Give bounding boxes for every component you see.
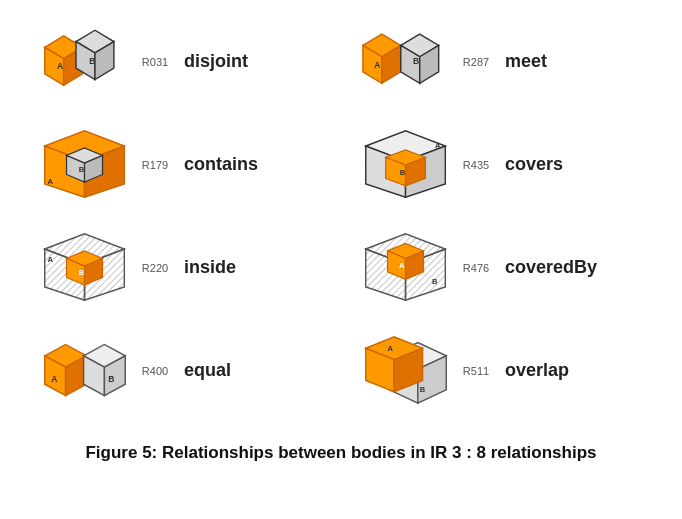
label-disjoint: disjoint xyxy=(184,51,248,72)
cell-disjoint: A B R031 disjoint xyxy=(20,10,341,113)
svg-text:B: B xyxy=(79,268,85,277)
label-inside: inside xyxy=(184,257,236,278)
cell-covers: B A R435 covers xyxy=(341,113,662,216)
relationships-grid: A B R031 disjoint A B R287 meet xyxy=(20,10,662,422)
icon-meet: A B xyxy=(361,24,451,99)
label-coveredby: coveredBy xyxy=(505,257,597,278)
caption-text: Figure 5: Relationships between bodies i… xyxy=(85,443,596,462)
svg-text:A: A xyxy=(388,344,394,353)
label-equal: equal xyxy=(184,360,231,381)
code-disjoint: R031 xyxy=(136,56,174,68)
svg-text:B: B xyxy=(108,374,114,384)
label-covers: covers xyxy=(505,154,563,175)
svg-text:A: A xyxy=(374,60,380,70)
icon-equal: A B xyxy=(40,333,130,408)
code-overlap: R511 xyxy=(457,365,495,377)
cell-equal: A B R400 equal xyxy=(20,319,341,422)
icon-contains: B A xyxy=(40,127,130,202)
cell-meet: A B R287 meet xyxy=(341,10,662,113)
svg-text:A: A xyxy=(51,374,57,384)
icon-inside: A B xyxy=(40,230,130,305)
code-contains: R179 xyxy=(136,159,174,171)
svg-text:B: B xyxy=(432,277,438,286)
svg-text:B: B xyxy=(89,56,95,66)
label-meet: meet xyxy=(505,51,547,72)
cell-inside: A B R220 inside xyxy=(20,216,341,319)
svg-text:A: A xyxy=(435,141,441,150)
cell-contains: B A R179 contains xyxy=(20,113,341,216)
figure-caption: Figure 5: Relationships between bodies i… xyxy=(85,440,596,466)
cell-coveredby: A B R476 coveredBy xyxy=(341,216,662,319)
cell-overlap: B A R511 overlap xyxy=(341,319,662,422)
icon-coveredby: A B xyxy=(361,230,451,305)
icon-disjoint: A B xyxy=(40,24,130,99)
code-equal: R400 xyxy=(136,365,174,377)
code-meet: R287 xyxy=(457,56,495,68)
svg-text:A: A xyxy=(48,177,54,186)
icon-covers: B A xyxy=(361,127,451,202)
code-coveredby: R476 xyxy=(457,262,495,274)
svg-text:B: B xyxy=(420,385,426,394)
svg-text:B: B xyxy=(79,165,85,174)
svg-text:A: A xyxy=(399,261,405,270)
svg-text:B: B xyxy=(400,168,406,177)
label-overlap: overlap xyxy=(505,360,569,381)
svg-text:B: B xyxy=(413,56,419,66)
svg-text:A: A xyxy=(48,255,54,264)
code-inside: R220 xyxy=(136,262,174,274)
code-covers: R435 xyxy=(457,159,495,171)
svg-text:A: A xyxy=(57,61,63,71)
label-contains: contains xyxy=(184,154,258,175)
icon-overlap: B A xyxy=(361,333,451,408)
